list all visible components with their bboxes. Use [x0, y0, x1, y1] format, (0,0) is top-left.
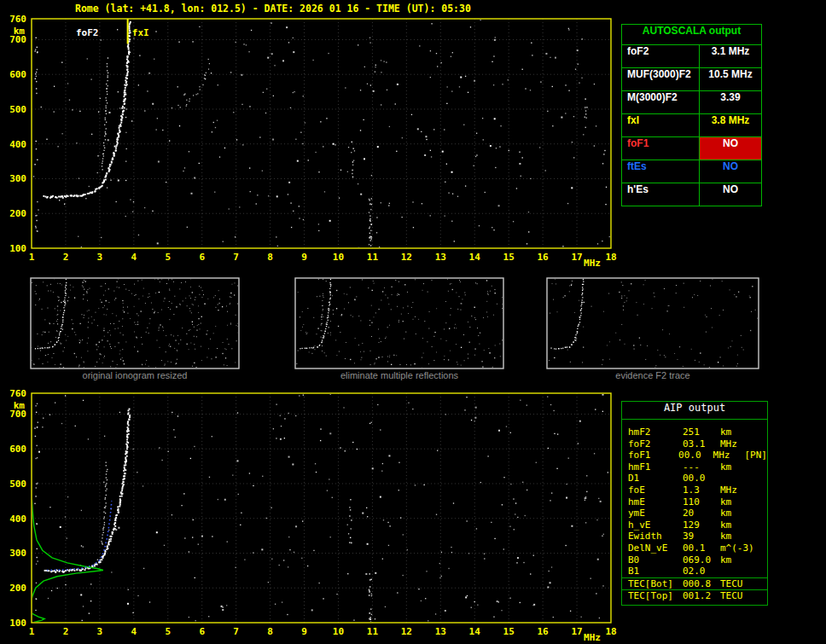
aip-unit: TECU [720, 578, 754, 590]
aip-row-fof2: foF203.1MHz [622, 438, 767, 450]
aip-name: Ewidth [622, 531, 683, 542]
autoscala-table-rows: foF23.1 MHzMUF(3000)F210.5 MHzM(3000)F23… [622, 45, 761, 206]
autoscala-param-label: ftEs [622, 160, 699, 183]
svg-text:11: 11 [367, 252, 379, 263]
svg-text:15: 15 [503, 252, 515, 263]
aip-extra [754, 426, 767, 438]
autoscala-param-value: 3.8 MHz [699, 114, 761, 136]
svg-text:12: 12 [401, 252, 412, 263]
autoscala-row-muf3000f2: MUF(3000)F210.5 MHz [622, 68, 761, 91]
aip-row-ewidth: Ewidth39km [622, 531, 767, 542]
aip-row-fof1: foF100.0MHz[PN] [622, 450, 767, 461]
svg-text:7: 7 [233, 626, 239, 637]
autoscala-table-title: AUTOSCALA output [622, 25, 761, 45]
aip-extra [754, 519, 767, 531]
aip-val: 1.3 [683, 484, 720, 496]
aip-val: 02.0 [683, 566, 720, 577]
aip-name: h_vE [622, 519, 683, 531]
aip-name: B0 [622, 554, 683, 566]
svg-text:1: 1 [29, 626, 35, 637]
aip-unit: km [720, 554, 754, 566]
autoscala-param-value: 3.39 [699, 91, 761, 113]
aip-unit: TECU [720, 590, 754, 602]
svg-text:5: 5 [165, 626, 171, 637]
aip-name: foF2 [622, 438, 683, 450]
aip-row-hmf2: hmF2251km [622, 426, 767, 438]
svg-text:500: 500 [9, 104, 26, 115]
svg-text:2: 2 [63, 626, 69, 637]
aip-val: 001.2 [683, 590, 720, 602]
svg-text:100: 100 [9, 243, 26, 254]
aip-unit: MHz [720, 438, 754, 450]
svg-text:5: 5 [165, 252, 171, 263]
aip-unit [720, 473, 754, 484]
svg-text:12: 12 [401, 626, 412, 637]
autoscala-screen: Rome (lat: +41.8, lon: 012.5) - DATE: 20… [0, 0, 826, 644]
svg-text:6: 6 [199, 252, 205, 263]
svg-text:7: 7 [233, 252, 239, 263]
aip-unit: MHz [720, 484, 754, 496]
aip-name: hmE [622, 496, 683, 508]
aip-name: hmF1 [622, 461, 683, 473]
aip-val: 129 [683, 519, 720, 531]
svg-text:10: 10 [333, 252, 344, 263]
aip-row-tecbot: TEC[Bot]000.8TECU [622, 577, 767, 590]
aip-row-b1: B102.0 [622, 566, 767, 577]
autoscala-row-fof2: foF23.1 MHz [622, 45, 761, 68]
svg-text:300: 300 [9, 548, 26, 559]
aip-row-delnve: DelN_vE00.1m^(-3) [622, 542, 767, 554]
svg-text:8: 8 [267, 626, 273, 637]
aip-extra: [PN] [745, 450, 768, 461]
svg-text:200: 200 [9, 583, 26, 594]
aip-row-hve: h_vE129km [622, 519, 767, 531]
autoscala-row-fxi: fxI3.8 MHz [622, 114, 761, 137]
svg-text:400: 400 [9, 513, 26, 525]
svg-text:18: 18 [605, 252, 616, 263]
aip-extra [754, 508, 767, 519]
thumbnail-evidence-f2-trace [546, 277, 759, 369]
aip-row-d1: D100.0 [622, 473, 767, 484]
aip-val: 110 [683, 496, 720, 508]
aip-val: 03.1 [683, 438, 720, 450]
aip-output-table: AIP output hmF2251kmfoF203.1MHzfoF100.0M… [621, 401, 768, 606]
aip-val: 000.8 [683, 578, 720, 590]
svg-text:17: 17 [571, 626, 582, 637]
svg-text:100: 100 [9, 618, 26, 629]
aip-name: hmF2 [622, 426, 683, 438]
svg-text:760: 760 [9, 14, 26, 25]
svg-text:600: 600 [9, 69, 26, 80]
svg-text:600: 600 [9, 444, 26, 455]
svg-text:13: 13 [435, 626, 446, 637]
aip-val: 20 [683, 508, 720, 519]
aip-table-rows: hmF2251kmfoF203.1MHzfoF100.0MHz[PN]hmF1-… [622, 420, 767, 602]
aip-val: 00.0 [678, 450, 713, 461]
svg-text:500: 500 [9, 479, 26, 490]
svg-text:2: 2 [63, 252, 69, 263]
aip-table-title: AIP output [622, 402, 767, 420]
aip-extra [754, 484, 767, 496]
aip-row-yme: ymE20km [622, 508, 767, 519]
autoscala-param-label: h'Es [622, 183, 699, 206]
aip-extra [754, 531, 767, 542]
thumbnail-eliminate-reflections [294, 277, 504, 369]
aip-val: --- [683, 461, 720, 473]
svg-text:1: 1 [29, 252, 35, 263]
aip-val: 00.1 [683, 542, 720, 554]
autoscala-param-value: NO [699, 160, 761, 183]
ionogram-top-plot: 760700600500400300200100km12345678910111… [0, 0, 618, 270]
aip-unit: MHz [713, 450, 745, 461]
aip-row-tectop: TEC[Top]001.2TECU [622, 589, 767, 602]
svg-text:foF2: foF2 [76, 27, 99, 38]
autoscala-param-value: 10.5 MHz [699, 68, 761, 90]
svg-text:17: 17 [571, 252, 582, 263]
aip-val: 069.0 [683, 554, 720, 566]
aip-unit: km [720, 426, 754, 438]
autoscala-row-hes: h'EsNO [622, 183, 761, 206]
svg-text:9: 9 [301, 252, 307, 263]
aip-extra [754, 496, 767, 508]
svg-text:8: 8 [267, 252, 273, 263]
aip-extra [754, 542, 767, 554]
aip-val: 00.0 [683, 473, 720, 484]
svg-text:400: 400 [9, 139, 26, 150]
autoscala-output-table: AUTOSCALA output foF23.1 MHzMUF(3000)F21… [621, 24, 762, 206]
